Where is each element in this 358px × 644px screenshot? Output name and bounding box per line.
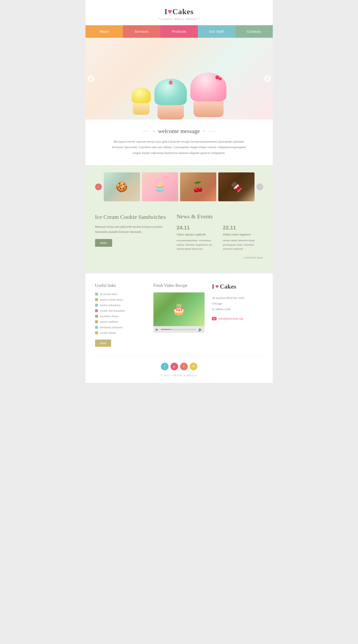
product-thumb-cupcake[interactable]: 🧁 [142, 172, 178, 201]
news-item-0: 24.11 Citues etgertya caplicrde ertyasne… [177, 224, 217, 251]
product-thumb-chocolate[interactable]: 🍫 [218, 172, 254, 201]
slider-next-button[interactable]: › [264, 75, 271, 82]
social-email-icon[interactable]: ✉ [190, 363, 197, 370]
pinterest-icon[interactable]: p [171, 363, 178, 370]
cupcake-pink-frosting [190, 72, 226, 102]
address-line2: Chicago [212, 300, 263, 306]
cupcake-scene [85, 38, 273, 120]
video-progress-bar[interactable] [161, 329, 196, 330]
list-item: verode fertase [95, 331, 146, 335]
slider-prev-button[interactable]: ‹ [87, 75, 94, 82]
content-columns: Ice Cream Cookie Sandwiches Mitaesety ke… [95, 213, 263, 260]
list-item: avertelera ferase [95, 314, 146, 318]
video-play-button[interactable]: ▶ [156, 328, 159, 332]
main-navigation: About Services Products Our Staff Contac… [85, 25, 273, 38]
list-item: mertaoury kuiayase [95, 326, 146, 329]
news-headline-1: Dolons entur magnores [223, 233, 263, 236]
nav-staff[interactable]: Our Staff [198, 25, 235, 38]
logo-heart: ♥ [168, 7, 173, 16]
cupcake-teal [154, 79, 187, 120]
footer-col-video: Fresh Video Recipe 🎂 ▶ 🔊 [154, 283, 204, 347]
list-item: taserio yndolase [95, 320, 146, 324]
carousel-prev-button[interactable]: ‹ [95, 184, 102, 190]
links-more-button[interactable]: more [95, 340, 111, 347]
useful-links-title: Useful links [95, 283, 146, 288]
bullet-icon [95, 298, 98, 301]
video-title: Fresh Video Recipe [154, 283, 204, 288]
news-body-0: ertyasnemnptaindes. volernaturu oditaut.… [177, 238, 217, 251]
featured-product: Ice Cream Cookie Sandwiches Mitaesety ke… [95, 213, 167, 260]
footer-section: Useful links sit avertas dero taserio yo… [85, 274, 273, 383]
product-thumb-macarons[interactable]: 🍪 [104, 172, 140, 201]
product-thumb-cherries[interactable]: 🍒 [180, 172, 216, 201]
cupcake-yellow [132, 88, 151, 115]
news-title: News & Events [177, 213, 263, 220]
news-body-1: ratione uptate inseesion neque porruisqu… [223, 238, 263, 251]
bottom-bar: t p f ✉ © 2013 • PRIVACY POLICY [95, 356, 263, 383]
logo-cakes: Cakes [173, 7, 194, 16]
carousel-next-button[interactable]: › [256, 184, 263, 190]
video-container: 🎂 ▶ 🔊 [154, 292, 204, 333]
video-cake-icon: 🎂 [172, 303, 185, 316]
video-controls: ▶ 🔊 [154, 326, 204, 333]
footer-columns: Useful links sit avertas dero taserio yo… [95, 283, 263, 356]
site-logo: I♥Cakes [90, 7, 268, 16]
list-item: sit avertas dero [95, 292, 146, 296]
nav-products[interactable]: Products [160, 25, 198, 38]
bullet-icon [95, 320, 98, 323]
bullet-icon [95, 293, 98, 296]
contact-logo: I♥Cakes [212, 283, 263, 290]
video-volume-button[interactable]: 🔊 [198, 328, 202, 332]
featured-more-button[interactable]: more [95, 239, 112, 247]
list-item: mertue nekastreos [95, 304, 146, 307]
footer-col-links: Useful links sit avertas dero taserio yo… [95, 283, 146, 347]
bullet-icon [95, 304, 98, 306]
contact-email: ✉ info@demolink.org [212, 317, 263, 320]
cupcake-pink-base [193, 102, 223, 117]
welcome-title: ❧ welcome message ❧ [100, 128, 258, 134]
news-headline-0: Citues etgertya caplicrde [177, 233, 217, 236]
footer-col-contact: I♥Cakes 28 Jackson Blvd Ste 1020 Chicago… [212, 283, 263, 347]
footer-copyright: © 2013 • PRIVACY POLICY [105, 374, 254, 377]
macarons-icon: 🍪 [116, 181, 128, 192]
contact-address: 28 Jackson Blvd Ste 1020 Chicago IL 6060… [212, 295, 263, 312]
nav-services[interactable]: Services [123, 25, 160, 38]
green-section: ‹ 🍪 🧁 🍒 🍫 › Ice Cream Coo [85, 165, 273, 272]
hero-slider: ‹ [85, 38, 273, 120]
video-thumbnail[interactable]: 🎂 [154, 292, 204, 326]
site-header: I♥Cakes * Creative Bakery Website * [85, 0, 273, 25]
bullet-icon [95, 326, 98, 329]
list-item: taserio yoeola mises [95, 298, 146, 302]
address-line3: IL 60604-2340 [212, 306, 263, 312]
read-more-news-link[interactable]: read more news [177, 256, 263, 260]
featured-title: Ice Cream Cookie Sandwiches [95, 213, 167, 221]
cupcake-yellow-base [133, 103, 150, 115]
news-events: News & Events 24.11 Citues etgertya capl… [177, 213, 263, 260]
list-item: verode fuse kasaotuse [95, 309, 146, 312]
email-icon: ✉ [212, 317, 217, 320]
welcome-text: Beciepast nveriti vitaesety kertya aset … [110, 139, 249, 156]
facebook-icon[interactable]: f [180, 363, 188, 370]
news-date-0: 24.11 [177, 224, 217, 231]
bullet-icon [95, 315, 98, 318]
site-tagline: * Creative Bakery Website * [90, 17, 268, 21]
email-address: info@demolink.org [218, 317, 243, 320]
nav-contacts[interactable]: Contacts [235, 25, 273, 38]
nav-about[interactable]: About [85, 25, 123, 38]
twitter-icon[interactable]: t [161, 363, 169, 370]
address-line1: 28 Jackson Blvd Ste 1020 [212, 295, 263, 300]
social-icons: t p f ✉ [105, 363, 254, 370]
useful-links-list: sit avertas dero taserio yoeola mises me… [95, 292, 146, 335]
bullet-icon [95, 309, 98, 312]
hero-image: ‹ [85, 38, 273, 120]
cupcake-icon: 🧁 [154, 181, 166, 192]
cupcake-teal-frosting [154, 79, 187, 105]
welcome-section: ❧ welcome message ❧ Beciepast nveriti vi… [85, 120, 273, 165]
logo-i: I [164, 7, 167, 16]
news-date-1: 22.11 [223, 224, 263, 231]
welcome-deco-right: ❧ [203, 129, 205, 133]
cupcake-yellow-frosting [132, 88, 151, 103]
product-thumbnails: 🍪 🧁 🍒 🍫 [104, 172, 254, 201]
cupcake-pink [190, 72, 226, 117]
video-progress-fill [161, 329, 172, 330]
